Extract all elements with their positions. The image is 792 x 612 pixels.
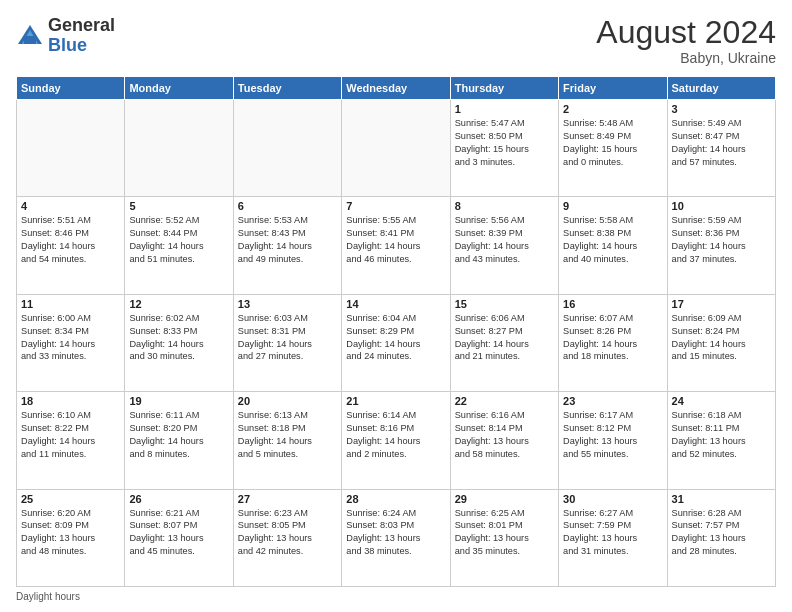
logo-general-text: General bbox=[48, 15, 115, 35]
day-number: 2 bbox=[563, 103, 662, 115]
calendar-table: Sunday Monday Tuesday Wednesday Thursday… bbox=[16, 76, 776, 587]
day-number: 14 bbox=[346, 298, 445, 310]
day-info: Sunrise: 5:55 AMSunset: 8:41 PMDaylight:… bbox=[346, 214, 445, 266]
table-row: 1Sunrise: 5:47 AMSunset: 8:50 PMDaylight… bbox=[450, 100, 558, 197]
day-info: Sunrise: 6:23 AMSunset: 8:05 PMDaylight:… bbox=[238, 507, 337, 559]
location: Babyn, Ukraine bbox=[596, 50, 776, 66]
table-row: 22Sunrise: 6:16 AMSunset: 8:14 PMDayligh… bbox=[450, 392, 558, 489]
day-number: 7 bbox=[346, 200, 445, 212]
table-row bbox=[17, 100, 125, 197]
table-row: 12Sunrise: 6:02 AMSunset: 8:33 PMDayligh… bbox=[125, 294, 233, 391]
day-number: 30 bbox=[563, 493, 662, 505]
table-row: 6Sunrise: 5:53 AMSunset: 8:43 PMDaylight… bbox=[233, 197, 341, 294]
day-number: 25 bbox=[21, 493, 120, 505]
day-number: 9 bbox=[563, 200, 662, 212]
day-info: Sunrise: 6:04 AMSunset: 8:29 PMDaylight:… bbox=[346, 312, 445, 364]
daylight-hours-label: Daylight hours bbox=[16, 591, 80, 602]
day-info: Sunrise: 5:52 AMSunset: 8:44 PMDaylight:… bbox=[129, 214, 228, 266]
table-row: 26Sunrise: 6:21 AMSunset: 8:07 PMDayligh… bbox=[125, 489, 233, 586]
day-number: 28 bbox=[346, 493, 445, 505]
table-row: 4Sunrise: 5:51 AMSunset: 8:46 PMDaylight… bbox=[17, 197, 125, 294]
svg-rect-2 bbox=[24, 36, 36, 44]
table-row: 27Sunrise: 6:23 AMSunset: 8:05 PMDayligh… bbox=[233, 489, 341, 586]
table-row: 16Sunrise: 6:07 AMSunset: 8:26 PMDayligh… bbox=[559, 294, 667, 391]
table-row: 25Sunrise: 6:20 AMSunset: 8:09 PMDayligh… bbox=[17, 489, 125, 586]
day-info: Sunrise: 6:17 AMSunset: 8:12 PMDaylight:… bbox=[563, 409, 662, 461]
header: General Blue August 2024 Babyn, Ukraine bbox=[16, 16, 776, 66]
day-info: Sunrise: 6:27 AMSunset: 7:59 PMDaylight:… bbox=[563, 507, 662, 559]
calendar-week-4: 18Sunrise: 6:10 AMSunset: 8:22 PMDayligh… bbox=[17, 392, 776, 489]
day-number: 23 bbox=[563, 395, 662, 407]
day-number: 26 bbox=[129, 493, 228, 505]
table-row: 28Sunrise: 6:24 AMSunset: 8:03 PMDayligh… bbox=[342, 489, 450, 586]
day-info: Sunrise: 6:02 AMSunset: 8:33 PMDaylight:… bbox=[129, 312, 228, 364]
calendar-week-1: 1Sunrise: 5:47 AMSunset: 8:50 PMDaylight… bbox=[17, 100, 776, 197]
table-row: 21Sunrise: 6:14 AMSunset: 8:16 PMDayligh… bbox=[342, 392, 450, 489]
day-info: Sunrise: 6:16 AMSunset: 8:14 PMDaylight:… bbox=[455, 409, 554, 461]
day-info: Sunrise: 6:14 AMSunset: 8:16 PMDaylight:… bbox=[346, 409, 445, 461]
day-number: 1 bbox=[455, 103, 554, 115]
day-number: 22 bbox=[455, 395, 554, 407]
table-row: 17Sunrise: 6:09 AMSunset: 8:24 PMDayligh… bbox=[667, 294, 775, 391]
day-number: 8 bbox=[455, 200, 554, 212]
day-number: 27 bbox=[238, 493, 337, 505]
table-row: 5Sunrise: 5:52 AMSunset: 8:44 PMDaylight… bbox=[125, 197, 233, 294]
day-info: Sunrise: 5:58 AMSunset: 8:38 PMDaylight:… bbox=[563, 214, 662, 266]
table-row bbox=[125, 100, 233, 197]
table-row: 2Sunrise: 5:48 AMSunset: 8:49 PMDaylight… bbox=[559, 100, 667, 197]
table-row: 15Sunrise: 6:06 AMSunset: 8:27 PMDayligh… bbox=[450, 294, 558, 391]
day-number: 18 bbox=[21, 395, 120, 407]
day-info: Sunrise: 6:18 AMSunset: 8:11 PMDaylight:… bbox=[672, 409, 771, 461]
table-row: 23Sunrise: 6:17 AMSunset: 8:12 PMDayligh… bbox=[559, 392, 667, 489]
month-year: August 2024 bbox=[596, 16, 776, 48]
table-row bbox=[233, 100, 341, 197]
day-number: 21 bbox=[346, 395, 445, 407]
day-number: 5 bbox=[129, 200, 228, 212]
table-row: 9Sunrise: 5:58 AMSunset: 8:38 PMDaylight… bbox=[559, 197, 667, 294]
day-info: Sunrise: 5:48 AMSunset: 8:49 PMDaylight:… bbox=[563, 117, 662, 169]
col-sunday: Sunday bbox=[17, 77, 125, 100]
day-info: Sunrise: 5:51 AMSunset: 8:46 PMDaylight:… bbox=[21, 214, 120, 266]
logo-icon bbox=[16, 22, 44, 50]
table-row: 31Sunrise: 6:28 AMSunset: 7:57 PMDayligh… bbox=[667, 489, 775, 586]
day-info: Sunrise: 6:13 AMSunset: 8:18 PMDaylight:… bbox=[238, 409, 337, 461]
table-row: 3Sunrise: 5:49 AMSunset: 8:47 PMDaylight… bbox=[667, 100, 775, 197]
day-info: Sunrise: 5:56 AMSunset: 8:39 PMDaylight:… bbox=[455, 214, 554, 266]
day-info: Sunrise: 5:53 AMSunset: 8:43 PMDaylight:… bbox=[238, 214, 337, 266]
day-number: 3 bbox=[672, 103, 771, 115]
table-row: 11Sunrise: 6:00 AMSunset: 8:34 PMDayligh… bbox=[17, 294, 125, 391]
day-info: Sunrise: 5:59 AMSunset: 8:36 PMDaylight:… bbox=[672, 214, 771, 266]
day-number: 10 bbox=[672, 200, 771, 212]
day-number: 6 bbox=[238, 200, 337, 212]
col-thursday: Thursday bbox=[450, 77, 558, 100]
day-number: 24 bbox=[672, 395, 771, 407]
table-row: 7Sunrise: 5:55 AMSunset: 8:41 PMDaylight… bbox=[342, 197, 450, 294]
day-info: Sunrise: 5:49 AMSunset: 8:47 PMDaylight:… bbox=[672, 117, 771, 169]
logo-text: General Blue bbox=[48, 16, 115, 56]
col-saturday: Saturday bbox=[667, 77, 775, 100]
day-number: 20 bbox=[238, 395, 337, 407]
calendar-header-row: Sunday Monday Tuesday Wednesday Thursday… bbox=[17, 77, 776, 100]
day-number: 19 bbox=[129, 395, 228, 407]
calendar-week-3: 11Sunrise: 6:00 AMSunset: 8:34 PMDayligh… bbox=[17, 294, 776, 391]
day-info: Sunrise: 5:47 AMSunset: 8:50 PMDaylight:… bbox=[455, 117, 554, 169]
day-info: Sunrise: 6:28 AMSunset: 7:57 PMDaylight:… bbox=[672, 507, 771, 559]
day-number: 13 bbox=[238, 298, 337, 310]
logo-blue-text: Blue bbox=[48, 35, 87, 55]
day-number: 12 bbox=[129, 298, 228, 310]
day-info: Sunrise: 6:00 AMSunset: 8:34 PMDaylight:… bbox=[21, 312, 120, 364]
day-number: 4 bbox=[21, 200, 120, 212]
col-wednesday: Wednesday bbox=[342, 77, 450, 100]
footer-note: Daylight hours bbox=[16, 591, 776, 602]
day-info: Sunrise: 6:25 AMSunset: 8:01 PMDaylight:… bbox=[455, 507, 554, 559]
table-row bbox=[342, 100, 450, 197]
table-row: 30Sunrise: 6:27 AMSunset: 7:59 PMDayligh… bbox=[559, 489, 667, 586]
table-row: 20Sunrise: 6:13 AMSunset: 8:18 PMDayligh… bbox=[233, 392, 341, 489]
day-info: Sunrise: 6:09 AMSunset: 8:24 PMDaylight:… bbox=[672, 312, 771, 364]
day-info: Sunrise: 6:11 AMSunset: 8:20 PMDaylight:… bbox=[129, 409, 228, 461]
day-number: 31 bbox=[672, 493, 771, 505]
title-section: August 2024 Babyn, Ukraine bbox=[596, 16, 776, 66]
table-row: 8Sunrise: 5:56 AMSunset: 8:39 PMDaylight… bbox=[450, 197, 558, 294]
table-row: 18Sunrise: 6:10 AMSunset: 8:22 PMDayligh… bbox=[17, 392, 125, 489]
day-info: Sunrise: 6:24 AMSunset: 8:03 PMDaylight:… bbox=[346, 507, 445, 559]
